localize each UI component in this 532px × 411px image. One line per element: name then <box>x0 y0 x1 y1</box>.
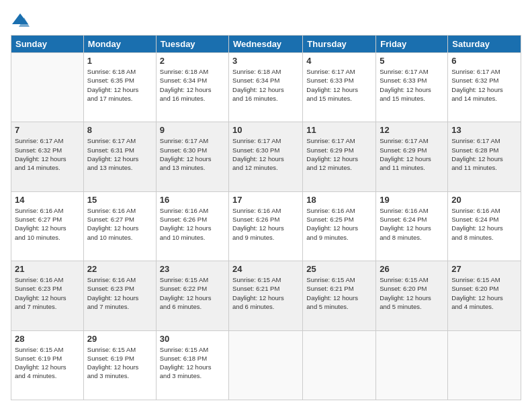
day-info: Sunrise: 6:16 AM Sunset: 6:26 PM Dayligh… <box>160 206 225 242</box>
weekday-header-monday: Monday <box>83 36 156 53</box>
calendar-cell: 5Sunrise: 6:17 AM Sunset: 6:33 PM Daylig… <box>376 53 448 122</box>
day-info: Sunrise: 6:15 AM Sunset: 6:21 PM Dayligh… <box>306 275 372 311</box>
day-number: 8 <box>87 125 152 135</box>
calendar-cell: 22Sunrise: 6:16 AM Sunset: 6:23 PM Dayli… <box>83 261 156 330</box>
day-number: 1 <box>87 56 152 66</box>
calendar-cell: 9Sunrise: 6:17 AM Sunset: 6:30 PM Daylig… <box>156 122 228 191</box>
day-number: 9 <box>160 125 225 135</box>
calendar-cell: 8Sunrise: 6:17 AM Sunset: 6:31 PM Daylig… <box>83 122 156 191</box>
week-row-1: 1Sunrise: 6:18 AM Sunset: 6:35 PM Daylig… <box>11 53 521 122</box>
calendar-cell: 6Sunrise: 6:17 AM Sunset: 6:32 PM Daylig… <box>448 53 521 122</box>
calendar-cell <box>376 330 448 400</box>
day-number: 30 <box>160 334 225 344</box>
calendar-cell <box>448 330 521 400</box>
calendar-cell: 23Sunrise: 6:15 AM Sunset: 6:22 PM Dayli… <box>156 261 228 330</box>
day-info: Sunrise: 6:16 AM Sunset: 6:23 PM Dayligh… <box>87 275 152 311</box>
header <box>11 11 521 30</box>
week-row-5: 28Sunrise: 6:15 AM Sunset: 6:19 PM Dayli… <box>11 330 521 400</box>
calendar-cell: 13Sunrise: 6:17 AM Sunset: 6:28 PM Dayli… <box>448 122 521 191</box>
calendar-cell: 15Sunrise: 6:16 AM Sunset: 6:27 PM Dayli… <box>83 191 156 261</box>
day-number: 2 <box>160 56 225 66</box>
logo-icon <box>11 11 30 30</box>
day-info: Sunrise: 6:17 AM Sunset: 6:29 PM Dayligh… <box>306 136 372 172</box>
calendar-table: SundayMondayTuesdayWednesdayThursdayFrid… <box>11 35 521 400</box>
calendar-cell: 1Sunrise: 6:18 AM Sunset: 6:35 PM Daylig… <box>83 53 156 122</box>
day-number: 13 <box>451 125 517 135</box>
day-number: 5 <box>380 56 444 66</box>
calendar-cell: 27Sunrise: 6:15 AM Sunset: 6:20 PM Dayli… <box>448 261 521 330</box>
day-number: 18 <box>306 195 372 205</box>
day-info: Sunrise: 6:15 AM Sunset: 6:20 PM Dayligh… <box>380 275 444 311</box>
day-number: 20 <box>451 195 517 205</box>
day-number: 6 <box>451 56 517 66</box>
day-number: 21 <box>15 264 80 274</box>
day-info: Sunrise: 6:16 AM Sunset: 6:27 PM Dayligh… <box>15 206 80 242</box>
week-row-3: 14Sunrise: 6:16 AM Sunset: 6:27 PM Dayli… <box>11 191 521 261</box>
calendar-page: SundayMondayTuesdayWednesdayThursdayFrid… <box>0 0 532 411</box>
calendar-cell: 29Sunrise: 6:15 AM Sunset: 6:19 PM Dayli… <box>83 330 156 400</box>
week-row-4: 21Sunrise: 6:16 AM Sunset: 6:23 PM Dayli… <box>11 261 521 330</box>
day-info: Sunrise: 6:18 AM Sunset: 6:34 PM Dayligh… <box>160 67 225 103</box>
calendar-cell: 17Sunrise: 6:16 AM Sunset: 6:26 PM Dayli… <box>229 191 303 261</box>
day-info: Sunrise: 6:17 AM Sunset: 6:28 PM Dayligh… <box>451 136 517 172</box>
day-number: 12 <box>380 125 444 135</box>
day-number: 14 <box>15 195 80 205</box>
day-info: Sunrise: 6:18 AM Sunset: 6:35 PM Dayligh… <box>87 67 152 103</box>
day-info: Sunrise: 6:17 AM Sunset: 6:29 PM Dayligh… <box>380 136 444 172</box>
calendar-cell: 20Sunrise: 6:16 AM Sunset: 6:24 PM Dayli… <box>448 191 521 261</box>
day-number: 7 <box>15 125 80 135</box>
calendar-cell <box>11 53 84 122</box>
calendar-cell: 4Sunrise: 6:17 AM Sunset: 6:33 PM Daylig… <box>303 53 376 122</box>
day-info: Sunrise: 6:18 AM Sunset: 6:34 PM Dayligh… <box>232 67 299 103</box>
logo <box>11 11 32 30</box>
day-number: 26 <box>380 264 444 274</box>
day-number: 17 <box>232 195 299 205</box>
calendar-cell: 19Sunrise: 6:16 AM Sunset: 6:24 PM Dayli… <box>376 191 448 261</box>
day-info: Sunrise: 6:17 AM Sunset: 6:33 PM Dayligh… <box>380 67 444 103</box>
day-info: Sunrise: 6:17 AM Sunset: 6:33 PM Dayligh… <box>306 67 372 103</box>
day-number: 25 <box>306 264 372 274</box>
day-info: Sunrise: 6:15 AM Sunset: 6:18 PM Dayligh… <box>160 345 225 381</box>
weekday-header-wednesday: Wednesday <box>229 36 303 53</box>
weekday-header-tuesday: Tuesday <box>156 36 228 53</box>
day-number: 11 <box>306 125 372 135</box>
day-number: 24 <box>232 264 299 274</box>
day-info: Sunrise: 6:16 AM Sunset: 6:27 PM Dayligh… <box>87 206 152 242</box>
weekday-header-row: SundayMondayTuesdayWednesdayThursdayFrid… <box>11 36 521 53</box>
calendar-cell: 16Sunrise: 6:16 AM Sunset: 6:26 PM Dayli… <box>156 191 228 261</box>
day-info: Sunrise: 6:15 AM Sunset: 6:19 PM Dayligh… <box>87 345 152 381</box>
day-number: 4 <box>306 56 372 66</box>
day-info: Sunrise: 6:16 AM Sunset: 6:23 PM Dayligh… <box>15 275 80 311</box>
day-number: 27 <box>451 264 517 274</box>
day-info: Sunrise: 6:17 AM Sunset: 6:30 PM Dayligh… <box>160 136 225 172</box>
calendar-cell: 30Sunrise: 6:15 AM Sunset: 6:18 PM Dayli… <box>156 330 228 400</box>
calendar-cell <box>303 330 376 400</box>
day-info: Sunrise: 6:17 AM Sunset: 6:31 PM Dayligh… <box>87 136 152 172</box>
day-info: Sunrise: 6:15 AM Sunset: 6:21 PM Dayligh… <box>232 275 299 311</box>
day-info: Sunrise: 6:17 AM Sunset: 6:32 PM Dayligh… <box>15 136 80 172</box>
day-number: 29 <box>87 334 152 344</box>
day-number: 16 <box>160 195 225 205</box>
calendar-cell: 25Sunrise: 6:15 AM Sunset: 6:21 PM Dayli… <box>303 261 376 330</box>
calendar-cell: 3Sunrise: 6:18 AM Sunset: 6:34 PM Daylig… <box>229 53 303 122</box>
day-info: Sunrise: 6:16 AM Sunset: 6:24 PM Dayligh… <box>380 206 444 242</box>
day-number: 10 <box>232 125 299 135</box>
day-number: 3 <box>232 56 299 66</box>
calendar-cell: 7Sunrise: 6:17 AM Sunset: 6:32 PM Daylig… <box>11 122 84 191</box>
calendar-cell: 28Sunrise: 6:15 AM Sunset: 6:19 PM Dayli… <box>11 330 84 400</box>
day-number: 28 <box>15 334 80 344</box>
day-number: 22 <box>87 264 152 274</box>
day-info: Sunrise: 6:15 AM Sunset: 6:19 PM Dayligh… <box>15 345 80 381</box>
day-info: Sunrise: 6:17 AM Sunset: 6:30 PM Dayligh… <box>232 136 299 172</box>
day-number: 23 <box>160 264 225 274</box>
calendar-cell: 10Sunrise: 6:17 AM Sunset: 6:30 PM Dayli… <box>229 122 303 191</box>
weekday-header-thursday: Thursday <box>303 36 376 53</box>
day-info: Sunrise: 6:15 AM Sunset: 6:22 PM Dayligh… <box>160 275 225 311</box>
day-info: Sunrise: 6:16 AM Sunset: 6:24 PM Dayligh… <box>451 206 517 242</box>
calendar-cell: 12Sunrise: 6:17 AM Sunset: 6:29 PM Dayli… <box>376 122 448 191</box>
weekday-header-sunday: Sunday <box>11 36 84 53</box>
calendar-cell <box>229 330 303 400</box>
calendar-cell: 11Sunrise: 6:17 AM Sunset: 6:29 PM Dayli… <box>303 122 376 191</box>
day-number: 15 <box>87 195 152 205</box>
weekday-header-friday: Friday <box>376 36 448 53</box>
